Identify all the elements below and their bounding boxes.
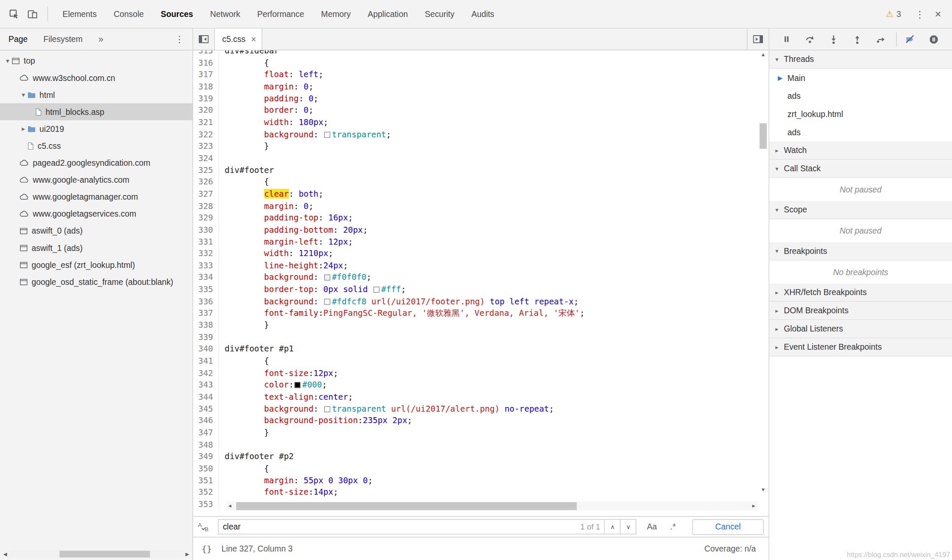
devtools-menu-button[interactable]: ⋮ [911, 5, 929, 23]
section-header-watch[interactable]: ▸ Watch [769, 142, 952, 160]
code-line[interactable]: 323 } [193, 140, 769, 152]
tree-item-aswift-0-ads[interactable]: aswift_0 (ads) [0, 222, 192, 239]
line-number[interactable]: 350 [193, 462, 220, 474]
line-number[interactable]: 348 [193, 439, 220, 451]
cancel-button[interactable]: Cancel [692, 519, 764, 535]
scroll-left-icon[interactable]: ◀ [226, 503, 234, 509]
line-number[interactable]: 324 [193, 152, 220, 164]
code-line[interactable]: 339 [193, 332, 769, 343]
code-line[interactable]: 349div#footer #p2 [193, 451, 769, 462]
line-number[interactable]: 328 [193, 200, 220, 212]
section-header-scope[interactable]: ▾ Scope [769, 201, 952, 219]
code-line[interactable]: 324 [193, 152, 769, 164]
line-number[interactable]: 321 [193, 117, 220, 128]
line-number[interactable]: 333 [193, 260, 220, 272]
line-number[interactable]: 353 [193, 499, 220, 510]
line-number[interactable]: 346 [193, 415, 220, 427]
pretty-print-button[interactable]: {} [202, 544, 212, 554]
tree-item-html-blocks-asp[interactable]: html_blocks.asp [0, 103, 192, 120]
section-header-xhr-breakpoints[interactable]: ▸ XHR/fetch Breakpoints [769, 284, 952, 302]
scroll-left-icon[interactable]: ◀ [1, 552, 9, 557]
line-number[interactable]: 327 [193, 188, 220, 200]
line-number[interactable]: 317 [193, 69, 220, 81]
deactivate-breakpoints-button[interactable] [902, 30, 919, 48]
section-header-event-listener-breakpoints[interactable]: ▸ Event Listener Breakpoints [769, 338, 952, 357]
toggle-navigator-button[interactable] [193, 28, 215, 50]
code-editor[interactable]: 315div#sidebar316 {317 float: left;318 m… [193, 50, 769, 516]
collapsed-arrow-icon[interactable]: ▸ [19, 125, 28, 133]
navigator-menu-button[interactable]: ⋮ [175, 33, 184, 45]
tab-application[interactable]: Application [359, 0, 417, 28]
section-header-breakpoints[interactable]: ▾ Breakpoints [769, 242, 952, 261]
line-number[interactable]: 342 [193, 367, 220, 379]
code-line[interactable]: 319 padding: 0; [193, 93, 769, 105]
thread-item-main[interactable]: ▶Main [769, 69, 952, 87]
code-line[interactable]: 337 font-family:PingFangSC-Regular, '微软雅… [193, 307, 769, 319]
line-number[interactable]: 334 [193, 272, 220, 284]
step-into-button[interactable] [825, 30, 842, 48]
line-number[interactable]: 345 [193, 403, 220, 415]
line-number[interactable]: 339 [193, 332, 220, 343]
scroll-down-icon[interactable]: ▼ [759, 487, 768, 493]
tab-security[interactable]: Security [416, 0, 463, 28]
code-line[interactable]: 330 padding-bottom: 20px; [193, 224, 769, 236]
tree-item-top[interactable]: ▾top [0, 52, 192, 69]
devtools-close-button[interactable]: × [929, 5, 947, 23]
line-number[interactable]: 331 [193, 236, 220, 248]
color-swatch[interactable] [324, 298, 330, 304]
tab-sources[interactable]: Sources [152, 0, 201, 28]
line-number[interactable]: 349 [193, 451, 220, 462]
code-line[interactable]: 326 { [193, 176, 769, 188]
line-number[interactable]: 323 [193, 140, 220, 152]
code-line[interactable]: 346 background-position:235px 2px; [193, 415, 769, 427]
code-line[interactable]: 340div#footer #p1 [193, 343, 769, 355]
code-line[interactable]: 321 width: 180px; [193, 117, 769, 128]
tree-item-aswift-1-ads[interactable]: aswift_1 (ads) [0, 239, 192, 256]
step-out-button[interactable] [849, 30, 866, 48]
tree-item-www-google-analytics-com[interactable]: www.google-analytics.com [0, 171, 192, 188]
tree-item-c5-css[interactable]: c5.css [0, 137, 192, 154]
line-number[interactable]: 316 [193, 57, 220, 69]
more-tabs-icon[interactable]: » [98, 34, 103, 44]
thread-item-ads[interactable]: ads [769, 123, 952, 142]
code-line[interactable]: 320 border: 0; [193, 105, 769, 117]
file-tab-c5-css[interactable]: c5.css × [215, 28, 262, 50]
section-header-threads[interactable]: ▾ Threads [769, 50, 952, 69]
line-number[interactable]: 340 [193, 343, 220, 355]
color-swatch[interactable] [324, 406, 330, 412]
code-line[interactable]: 328 margin: 0; [193, 200, 769, 212]
code-line[interactable]: 318 margin: 0; [193, 81, 769, 92]
scroll-right-icon[interactable]: ▶ [184, 552, 192, 557]
line-number[interactable]: 335 [193, 284, 220, 295]
code-line[interactable]: 352 font-size:14px; [193, 487, 769, 499]
scroll-right-icon[interactable]: ▶ [750, 503, 758, 509]
code-line[interactable]: 350 { [193, 462, 769, 474]
tab-page[interactable]: Page [8, 35, 28, 44]
code-line[interactable]: 335 border-top: 0px solid #fff; [193, 284, 769, 295]
tree-item-www-googletagmanager-com[interactable]: www.googletagmanager.com [0, 188, 192, 205]
previous-match-button[interactable]: ∧ [605, 519, 621, 535]
regex-toggle[interactable]: .* [667, 521, 679, 533]
tree-item-google-esf-zrt-lookup-html[interactable]: google_esf (zrt_lookup.html) [0, 256, 192, 273]
console-warning-badge[interactable]: ⚠ 3 [886, 9, 901, 19]
color-swatch[interactable] [324, 131, 330, 137]
line-number[interactable]: 347 [193, 427, 220, 439]
line-number[interactable]: 352 [193, 487, 220, 499]
step-over-button[interactable] [802, 30, 818, 48]
section-header-global-listeners[interactable]: ▸ Global Listeners [769, 320, 952, 338]
scroll-up-icon[interactable]: ▲ [759, 52, 768, 57]
section-header-dom-breakpoints[interactable]: ▸ DOM Breakpoints [769, 302, 952, 320]
tab-elements[interactable]: Elements [54, 0, 105, 28]
line-number[interactable]: 332 [193, 248, 220, 260]
pause-on-exceptions-button[interactable] [925, 30, 942, 48]
code-line[interactable]: 329 padding-top: 16px; [193, 212, 769, 224]
line-number[interactable]: 338 [193, 320, 220, 332]
tab-memory[interactable]: Memory [313, 0, 359, 28]
line-number[interactable]: 326 [193, 176, 220, 188]
code-line[interactable]: 336 background: #fdfcf8 url(/ui2017/foot… [193, 295, 769, 307]
code-line[interactable]: 343 color:#000; [193, 379, 769, 391]
tree-item-html[interactable]: ▾html [0, 86, 192, 103]
scrollbar-track[interactable] [234, 502, 750, 510]
line-number[interactable]: 322 [193, 128, 220, 140]
pause-button[interactable] [778, 30, 795, 48]
